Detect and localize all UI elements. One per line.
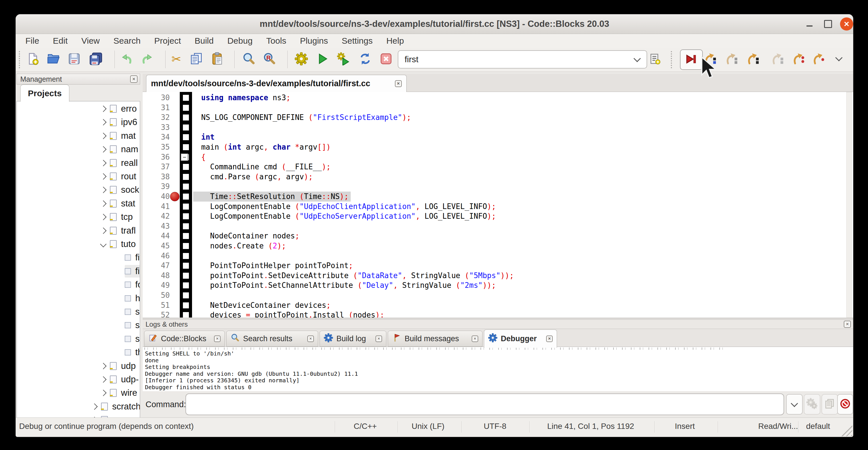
run-button[interactable] [314, 51, 331, 68]
management-close-icon[interactable] [130, 76, 137, 83]
redo-button[interactable] [139, 51, 156, 68]
code-editor[interactable]: 30using namespace ns3;3132NS_LOG_COMPONE… [143, 92, 853, 318]
chevron-down-icon[interactable] [633, 55, 641, 62]
tree-item-rout[interactable]: rout [101, 170, 136, 183]
new-file-button[interactable] [25, 51, 41, 68]
tree-item-mat[interactable]: mat [101, 130, 136, 142]
incremental-search-options-button[interactable] [647, 51, 663, 68]
command-history-dropdown[interactable] [786, 394, 803, 415]
save-button[interactable] [66, 51, 83, 68]
tree-item-udp[interactable]: udp [101, 360, 136, 372]
chevron-right-icon[interactable] [100, 214, 107, 220]
tree-item-stat[interactable]: stat [101, 197, 135, 210]
editor-scrollbar[interactable] [846, 92, 852, 318]
horizontal-splitter[interactable] [143, 318, 853, 320]
close-button[interactable] [840, 18, 853, 31]
search-input[interactable] [398, 54, 634, 64]
next-line-button[interactable] [724, 51, 740, 68]
tab-build-messages[interactable]: Build messages [388, 331, 483, 347]
chevron-right-icon[interactable] [91, 403, 98, 410]
save-all-button[interactable] [88, 51, 104, 68]
open-file-button[interactable] [45, 51, 62, 68]
tree-item-reall[interactable]: reall [101, 157, 138, 169]
build-button[interactable] [293, 51, 310, 68]
abort-button[interactable] [378, 51, 394, 68]
tab-build-log[interactable]: Build log [319, 331, 386, 347]
tree-item-udp[interactable]: udp- [101, 373, 139, 386]
log-tab-close-icon[interactable] [375, 335, 382, 342]
logs-close-icon[interactable] [844, 321, 851, 328]
build-and-run-button[interactable] [335, 51, 352, 68]
tree-item-trafl[interactable]: trafl [101, 224, 136, 237]
copy-button[interactable] [188, 51, 205, 68]
stop-debugger-button[interactable] [837, 394, 853, 415]
debugger-settings-button[interactable] [804, 394, 820, 415]
incremental-search-combo[interactable] [398, 50, 647, 68]
menu-item-search[interactable]: Search [107, 36, 148, 46]
tree-item-se[interactable]: se [125, 305, 140, 318]
chevron-right-icon[interactable] [100, 227, 107, 234]
tree-item-tcp[interactable]: tcp [101, 211, 133, 223]
menu-item-settings[interactable]: Settings [335, 36, 379, 46]
tree-item-tuto[interactable]: tuto [101, 238, 136, 250]
log-tab-close-icon[interactable] [472, 335, 478, 342]
tree-item-sock[interactable]: sock [101, 184, 139, 196]
tree-item-fo[interactable]: fo [125, 278, 140, 291]
cut-button[interactable]: ✂ [168, 51, 185, 68]
tab-search-results[interactable]: Search results [226, 331, 318, 347]
editor-tab-close-icon[interactable] [395, 80, 402, 87]
command-input[interactable] [185, 393, 784, 415]
tree-item-fir[interactable]: fir [125, 265, 140, 277]
log-tab-close-icon[interactable] [307, 335, 314, 342]
chevron-right-icon[interactable] [100, 363, 107, 369]
undo-button[interactable] [118, 51, 135, 68]
step-into-button[interactable] [745, 51, 762, 68]
breakpoint-icon[interactable] [170, 192, 180, 201]
tree-item-th[interactable]: th [125, 346, 140, 359]
menu-item-file[interactable]: File [19, 36, 46, 46]
fold-marker-icon[interactable] [181, 153, 188, 161]
tree-item-nam[interactable]: nam [101, 143, 138, 156]
tree-item-ipv6[interactable]: ipv6 [101, 116, 137, 128]
resize-grip[interactable] [839, 423, 852, 436]
menu-item-view[interactable]: View [74, 36, 106, 46]
step-out-button[interactable] [770, 51, 786, 68]
menu-item-debug[interactable]: Debug [221, 36, 259, 46]
chevron-right-icon[interactable] [100, 187, 107, 193]
menu-item-build[interactable]: Build [188, 36, 221, 46]
chevron-right-icon[interactable] [100, 106, 107, 112]
tree-item-wire[interactable]: wire [101, 387, 137, 399]
step-into-instruction-button[interactable] [811, 51, 827, 68]
tree-item-scratch[interactable]: scratch [92, 400, 140, 413]
tab-code-blocks[interactable]: Code::Blocks [144, 331, 225, 347]
next-instruction-button[interactable] [791, 51, 807, 68]
menu-item-project[interactable]: Project [148, 36, 188, 46]
chevron-right-icon[interactable] [100, 132, 107, 139]
paste-button[interactable] [209, 51, 226, 68]
tree-item-he[interactable]: he [125, 292, 140, 305]
log-tab-close-icon[interactable] [546, 335, 553, 342]
find-button[interactable] [241, 51, 257, 68]
toolbar-grip[interactable] [18, 51, 21, 68]
maximize-button[interactable] [822, 18, 835, 31]
toolbar-grip[interactable] [670, 51, 673, 68]
find-in-files-button[interactable]: R [261, 51, 278, 68]
menu-item-plugins[interactable]: Plugins [293, 36, 335, 46]
toolbar-overflow-chevron[interactable] [836, 55, 841, 61]
tree-item-fif[interactable]: fif [125, 251, 140, 264]
menu-item-edit[interactable]: Edit [46, 36, 74, 46]
copy-log-button[interactable] [822, 394, 838, 415]
menu-item-help[interactable]: Help [379, 36, 411, 46]
editor-tab-first-cc[interactable]: mnt/dev/tools/source/ns-3-dev/examples/t… [146, 75, 407, 92]
tab-projects[interactable]: Projects [20, 85, 69, 102]
titlebar[interactable]: mnt/dev/tools/source/ns-3-dev/examples/t… [16, 14, 853, 34]
debugger-output[interactable]: Setting SHELL to '/bin/sh'doneSetting br… [143, 347, 853, 391]
tree-item-erro[interactable]: erro [101, 102, 137, 115]
log-tab-close-icon[interactable] [214, 335, 221, 342]
chevron-right-icon[interactable] [100, 146, 107, 153]
minimize-button[interactable] [803, 18, 816, 31]
tree-item-six[interactable]: six [125, 333, 140, 345]
chevron-right-icon[interactable] [100, 390, 107, 396]
chevron-right-icon[interactable] [100, 160, 107, 166]
menu-item-tools[interactable]: Tools [259, 36, 293, 46]
